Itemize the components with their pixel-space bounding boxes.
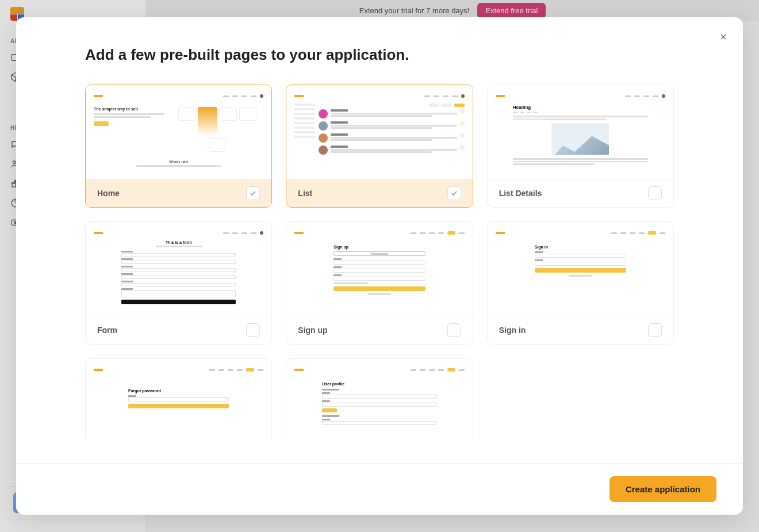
- close-button[interactable]: [714, 28, 733, 46]
- template-preview-profile: User profile: [286, 359, 472, 439]
- template-grid: The simpler way to sell What's new Home: [85, 85, 674, 439]
- template-preview-signin: Sign in: [488, 222, 673, 316]
- create-application-button[interactable]: Create application: [610, 476, 716, 502]
- template-checkbox[interactable]: [246, 186, 260, 200]
- template-preview-forgot: Forgot password: [86, 359, 271, 439]
- template-card-forgot-password[interactable]: Forgot password: [85, 358, 272, 439]
- template-checkbox[interactable]: [447, 186, 461, 200]
- modal-footer: Create application: [16, 463, 743, 515]
- check-icon: [450, 189, 458, 197]
- template-checkbox[interactable]: [447, 323, 461, 337]
- template-label: Home: [97, 189, 120, 198]
- close-icon: [719, 32, 728, 41]
- modal-title: Add a few pre-built pages to your applic…: [85, 46, 674, 64]
- modal-body: Add a few pre-built pages to your applic…: [16, 17, 743, 463]
- template-label: Sign up: [298, 326, 327, 335]
- template-card-signin[interactable]: Sign in Sign in: [487, 221, 674, 345]
- template-checkbox[interactable]: [246, 323, 260, 337]
- template-card-form[interactable]: This is a form Form: [85, 221, 272, 345]
- template-card-list-details[interactable]: Heading List Details: [487, 85, 674, 208]
- template-preview-list: [286, 85, 472, 179]
- template-label: Sign in: [499, 326, 526, 335]
- check-icon: [249, 189, 257, 197]
- template-label: List: [298, 189, 312, 198]
- template-card-home[interactable]: The simpler way to sell What's new Home: [85, 85, 272, 208]
- template-card-list[interactable]: List: [286, 85, 473, 208]
- add-pages-modal: Add a few pre-built pages to your applic…: [16, 17, 743, 515]
- template-card-user-profile[interactable]: User profile: [286, 358, 473, 439]
- template-checkbox[interactable]: [648, 323, 662, 337]
- template-label: List Details: [499, 189, 542, 198]
- template-checkbox[interactable]: [648, 186, 662, 200]
- template-card-signup[interactable]: Sign up Sign up: [286, 221, 473, 345]
- template-preview-form: This is a form: [86, 222, 271, 316]
- template-label: Form: [97, 326, 117, 335]
- template-preview-list-details: Heading: [488, 85, 673, 179]
- template-preview-home: The simpler way to sell What's new: [86, 85, 271, 179]
- template-preview-signup: Sign up: [286, 222, 472, 316]
